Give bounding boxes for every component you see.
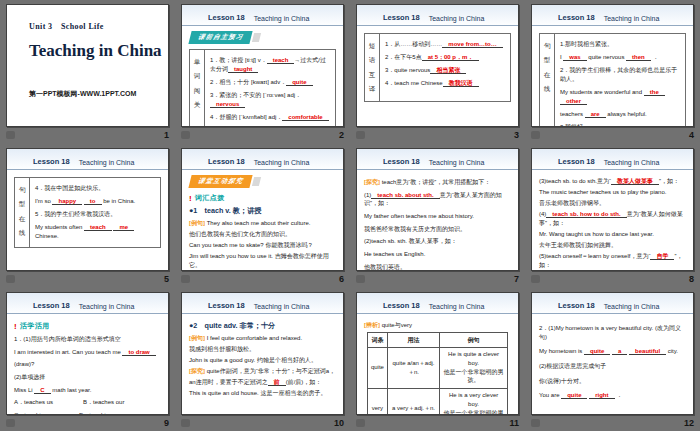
box-vertical-label: 单词闯关	[190, 50, 205, 127]
text-line: 我感到相当舒服和放松。	[189, 345, 336, 354]
text-segment: C．taught us D．taught our	[14, 412, 116, 415]
text-line: [探究] quite作副词，意为“非常；十分”；与不定冠词a，	[189, 367, 336, 376]
text-segment: quite作副词，意为“非常；十分”；与不定冠词a，	[205, 368, 335, 374]
slide-thumbnail-4[interactable]: Lesson 18 Teaching in China 句型在线 1.那时我相当…	[531, 4, 694, 127]
text-segment: 5．我的学生们经常教我汉语。	[35, 211, 116, 217]
watermark-icon	[6, 131, 15, 139]
slide-thumbnail-10[interactable]: Lesson 18 Teaching in China ●2 quite adv…	[181, 292, 344, 415]
subsection-heading: ! 活学活用	[14, 321, 161, 331]
cell-usage: quite a/an＋adj.＋n.	[387, 347, 439, 388]
text-segment: 他们也教我有关他们文化方面的知识。	[189, 231, 291, 237]
subsection-title: 词汇点拨	[195, 193, 225, 203]
lesson-label: Lesson 18	[208, 157, 245, 166]
answer-blank: right	[589, 392, 614, 399]
text-line: Can you teach me to skate? 你能教我滑冰吗？	[189, 241, 336, 250]
slide-header: Lesson 18 Teaching in China	[182, 5, 343, 26]
text-segment: quite与very	[380, 322, 412, 328]
explanation-text: [例句] They also teach me about their cult…	[189, 219, 336, 272]
text-line: 4．我在中国是如此快乐。	[35, 184, 155, 193]
slide-thumbnail-5[interactable]: Lesson 18 Teaching in China 句型在线 4．我在中国是…	[6, 148, 169, 271]
text-line: A．teaches us B．teaches our	[14, 398, 161, 407]
answer-blank: at 5：00 p．m．	[422, 54, 480, 61]
slide-cell-7: Lesson 18 Teaching in China [探究] teach意为…	[350, 144, 525, 288]
slide-thumbnail-1[interactable]: Unit 3 School Life Teaching in China 第一P…	[6, 4, 169, 127]
answer-blank: comfortable	[282, 114, 328, 121]
text-segment: I'm so	[35, 198, 52, 204]
sentence-box: 句型在线 1.那时我相当紧张。I was quite nervous then …	[539, 33, 686, 127]
exclamation-icon: !	[189, 194, 192, 203]
table-row: very a very＋adj.＋n. He is a very clever …	[367, 388, 507, 415]
text-segment: I am interested in art. Can you teach me	[14, 349, 122, 355]
text-segment: Can you teach me to skate? 你能教我滑冰吗？	[189, 242, 313, 248]
text-line: (2)teach sb. sth. 教某人某事，如：	[364, 237, 511, 246]
lesson-label: Lesson 18	[33, 157, 70, 166]
slide-cell-2: Lesson 18 Teaching in China 课前自主预习 单词闯关 …	[175, 0, 350, 144]
explanation-text: [例句] I feel quite comfortable and relaxe…	[189, 334, 336, 399]
slide-header: Lesson 18 Teaching in China	[532, 5, 693, 26]
sentence-list: 1.那时我相当紧张。I was quite nervous then ．2．我的…	[555, 34, 685, 127]
slide-thumbnail-2[interactable]: Lesson 18 Teaching in China 课前自主预习 单词闯关 …	[181, 4, 344, 127]
slide-thumbnail-8[interactable]: Lesson 18 Teaching in China (3)teach sb.…	[531, 148, 694, 271]
answer-blank: 前	[268, 379, 286, 386]
text-segment: He teaches us English.	[364, 251, 425, 257]
text-segment: John is quite a good guy. 约翰是个相当好的人。	[189, 357, 317, 363]
slide-header: Lesson 18 Teaching in China	[7, 293, 168, 314]
cell-footer: 12	[531, 416, 694, 430]
text-line: 我爸爸经常教我有关历史方面的知识。	[364, 225, 511, 234]
slide-cell-3: Lesson 18 Teaching in China 短语互译 1．从……移动…	[350, 0, 525, 144]
comparison-table: 词条 用法 例句 quite quite a/an＋adj.＋n. He is …	[367, 332, 508, 415]
answer-blank: to draw	[122, 349, 155, 356]
text-line: Mr. Wang taught us how to dance last yea…	[539, 230, 686, 239]
slide-thumbnail-6[interactable]: Lesson 18 Teaching in China 课堂互动探究 ! 词汇点…	[181, 148, 344, 271]
cell-footer: 10	[181, 416, 344, 430]
slide-cell-8: Lesson 18 Teaching in China (3)teach sb.…	[525, 144, 700, 288]
box-vertical-label: 句型在线	[15, 178, 30, 247]
slide-sorter-grid: Unit 3 School Life Teaching in China 第一P…	[0, 0, 700, 431]
page-number: 3	[514, 130, 519, 140]
slide-body: 课堂互动探究 ! 词汇点拨 ●1 teach v. 教；讲授 [例句] They…	[182, 170, 343, 271]
text-line: You are quite right ．	[539, 391, 686, 400]
text-segment: 他教我们英语。	[364, 264, 406, 270]
vocab-point-title: ●1 teach v. 教；讲授	[189, 206, 336, 216]
page-number: 7	[514, 274, 519, 284]
text-line: My students are wonderful and the other	[560, 88, 680, 106]
answer-blank: 教我汉语	[443, 80, 479, 87]
text-line: My students often teach me Chinese.	[35, 223, 155, 241]
cell-footer: 3	[356, 128, 519, 142]
text-line: 5．help n．→adj．helpful	[210, 126, 330, 127]
slide-thumbnail-12[interactable]: Lesson 18 Teaching in China 2．(1)My home…	[531, 292, 694, 415]
slide-cell-5: Lesson 18 Teaching in China 句型在线 4．我在中国是…	[0, 144, 175, 288]
page-number: 4	[689, 130, 694, 140]
phrase-box: 短语互译 1．从……移动到……move from…to…2．在下午5点at 5：…	[364, 33, 511, 102]
slide-body: (3)teach sb. to do sth.意为“教某人做某事”，如：The …	[532, 170, 693, 271]
slide-thumbnail-3[interactable]: Lesson 18 Teaching in China 短语互译 1．从……移动…	[356, 4, 519, 127]
text-segment: ”，如：	[659, 178, 679, 184]
text-segment: 1．(1)用括号内所给单词的适当形式填空	[14, 336, 121, 342]
text-segment: Miss Li	[14, 387, 34, 393]
phrase-list: 1．从……移动到……move from…to…2．在下午5点at 5：00 p．…	[380, 34, 510, 101]
text-segment: 2．我的学生们很棒，其余的老师也总是乐于助人。	[560, 67, 677, 82]
page-number: 8	[689, 274, 694, 284]
text-segment: 3．quite nervous	[385, 67, 430, 73]
text-line: 1.那时我相当紧张。	[560, 40, 680, 49]
answer-blank: 教某人做某事	[611, 178, 659, 185]
lesson-label: Lesson 18	[208, 13, 245, 22]
text-segment: 我爸爸经常教我有关历史方面的知识。	[364, 226, 466, 232]
subsection-title: 活学活用	[20, 321, 50, 331]
slide-thumbnail-7[interactable]: Lesson 18 Teaching in China [探究] teach意为…	[356, 148, 519, 271]
slide-thumbnail-9[interactable]: Lesson 18 Teaching in China ! 活学活用 1．(1)…	[6, 292, 169, 415]
lesson-label: Lesson 18	[33, 301, 70, 310]
slide-cell-10: Lesson 18 Teaching in China ●2 quite adv…	[175, 288, 350, 431]
text-segment: 2．(1)My hometown is a very beautiful cit…	[539, 325, 681, 340]
answer-blank: nervous	[210, 101, 245, 108]
answer-blank: beautiful	[629, 348, 666, 355]
text-line: C．taught us D．taught our	[14, 411, 161, 415]
text-segment: teach意为“教；讲授”，其常用搭配如下：	[380, 179, 490, 185]
watermark-icon	[6, 275, 15, 283]
cell-footer: 11	[356, 416, 519, 430]
slide-thumbnail-11[interactable]: Lesson 18 Teaching in China [辨析] quite与v…	[356, 292, 519, 415]
answer-blank: taught	[228, 66, 258, 73]
slide-header: Lesson 18 Teaching in China	[182, 293, 343, 314]
section-badge: 课堂互动探究	[188, 175, 252, 188]
answer-blank: quite	[584, 348, 610, 355]
